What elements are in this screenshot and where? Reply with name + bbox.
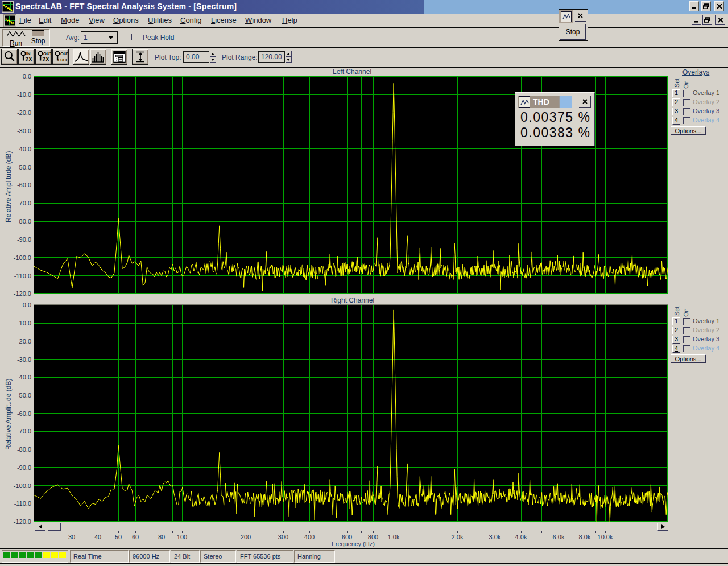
svg-text:OUT: OUT (60, 51, 68, 56)
svg-text:FULL: FULL (58, 58, 68, 62)
svg-text:2X: 2X (42, 56, 49, 63)
svg-text:2X: 2X (25, 56, 32, 63)
